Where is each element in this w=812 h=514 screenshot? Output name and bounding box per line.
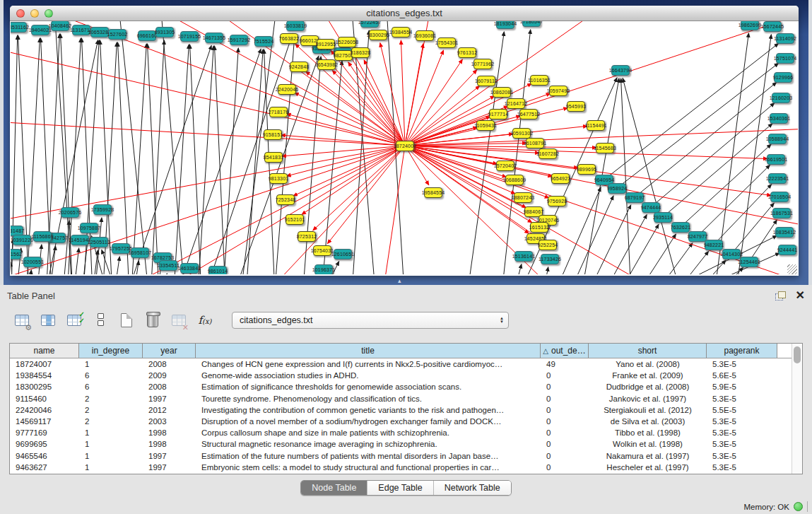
- node-11314092[interactable]: 11314092: [776, 33, 794, 44]
- node-10653287[interactable]: 10653287: [90, 27, 109, 37]
- table-row[interactable]: 946362711997Embryonic stem cells: a mode…: [10, 462, 792, 473]
- node-2935114[interactable]: 2935114: [654, 212, 672, 223]
- node-8931305[interactable]: 8931305: [155, 27, 174, 37]
- node-12160203[interactable]: 12160203: [772, 93, 790, 103]
- node-11059431[interactable]: 11059431: [476, 120, 495, 131]
- network-window-titlebar[interactable]: citations_edges.txt: [10, 6, 799, 21]
- node-16643794[interactable]: 16643794: [611, 65, 630, 76]
- table-row[interactable]: 977716911998Corpus callosum shape and si…: [10, 427, 792, 438]
- node-16477512[interactable]: 16477512: [519, 109, 538, 119]
- node-9252254[interactable]: 9252254: [539, 240, 557, 250]
- select-rows-icon[interactable]: [91, 311, 110, 329]
- node-6879197[interactable]: 6879197: [625, 192, 644, 203]
- close-window-icon[interactable]: [16, 9, 25, 18]
- node-15226058[interactable]: 15226058: [338, 37, 356, 47]
- node-18807243[interactable]: 18807243: [514, 192, 532, 203]
- node-9244441[interactable]: 9244441: [778, 245, 796, 255]
- delete-column-icon[interactable]: [143, 311, 162, 329]
- node-18531162[interactable]: 18531162: [11, 22, 27, 33]
- node-9177714[interactable]: 9177714: [489, 109, 507, 119]
- node-10719155[interactable]: 10719155: [180, 31, 199, 42]
- table-row[interactable]: 911546021997Tourette syndrome. Phenomeno…: [10, 393, 792, 404]
- table-row[interactable]: 1938455462009Genome-wide association stu…: [10, 370, 792, 381]
- node-11867531[interactable]: 11867531: [772, 208, 791, 218]
- table-mode-icon[interactable]: ⚙: [13, 311, 31, 329]
- hub-node-18724007[interactable]: 18724007: [396, 141, 414, 151]
- node-8725312[interactable]: 8725312: [298, 231, 316, 242]
- node-16754031[interactable]: 16754031: [313, 245, 331, 256]
- column-header-name[interactable]: name: [10, 344, 79, 358]
- node-15340361[interactable]: 15340361: [770, 113, 788, 124]
- tab-edge-table[interactable]: Edge Table: [367, 481, 433, 495]
- node-7663822[interactable]: 7663822: [280, 33, 298, 44]
- float-panel-icon[interactable]: [775, 291, 786, 300]
- node-8912955[interactable]: 8912955: [317, 39, 335, 49]
- scrollbar-thumb[interactable]: [794, 346, 801, 363]
- node-10588944[interactable]: 10588944: [768, 134, 787, 144]
- table-row[interactable]: 2242004622012Investigating the contribut…: [10, 404, 792, 416]
- node-9129966[interactable]: 9129966: [774, 72, 792, 83]
- node-2718176[interactable]: 2718176: [269, 107, 288, 117]
- node-15722457[interactable]: 15722457: [360, 21, 379, 28]
- tab-network-table[interactable]: Network Table: [434, 481, 511, 495]
- node-12610651[interactable]: 12610651: [334, 249, 352, 259]
- column-header-year[interactable]: year: [143, 344, 196, 358]
- node-10591302[interactable]: 10591302: [512, 128, 531, 139]
- node-12505113[interactable]: 12505113: [90, 237, 108, 247]
- node-10391220[interactable]: 10391220: [13, 235, 31, 245]
- node-9861014[interactable]: 9861014: [208, 266, 227, 274]
- memory-ok-icon[interactable]: [794, 502, 803, 511]
- node-9482221[interactable]: 9482221: [705, 240, 723, 250]
- node-15917292[interactable]: 15917292: [230, 35, 248, 45]
- node-9899695[interactable]: 9899695: [577, 164, 596, 175]
- node-9545993[interactable]: 9545993: [567, 101, 585, 112]
- node-7632621[interactable]: 7632621: [671, 222, 690, 233]
- node-10688609[interactable]: 10688609: [505, 175, 524, 185]
- node-17180547[interactable]: 17180547: [522, 21, 541, 27]
- function-builder-icon[interactable]: f(x): [196, 311, 214, 329]
- column-header-pagerank[interactable]: pagerank: [707, 344, 777, 358]
- table-scrollbar[interactable]: [792, 344, 802, 474]
- node-16936081[interactable]: 16936081: [416, 30, 434, 41]
- node-10597493[interactable]: 10597493: [549, 86, 567, 96]
- network-canvas[interactable]: 1872400718531162194040211040846211316712…: [11, 21, 798, 274]
- node-10196371[interactable]: 10196371: [314, 264, 333, 274]
- node-11154491[interactable]: 11154491: [587, 120, 605, 131]
- node-14633841[interactable]: 14633841: [180, 263, 199, 274]
- node-16619501[interactable]: 16619501: [767, 154, 785, 165]
- select-columns-icon[interactable]: ✓✓: [65, 311, 83, 329]
- node-9654923[interactable]: 9654923: [551, 173, 570, 184]
- table-row[interactable]: 1456911722003Disruption of a novel membe…: [10, 416, 792, 427]
- node-11733426[interactable]: 11733426: [541, 254, 559, 264]
- node-10975887[interactable]: 10975887: [80, 223, 98, 233]
- node-15136141[interactable]: 15136141: [514, 251, 533, 262]
- node-11156869[interactable]: 11156869: [33, 231, 52, 242]
- table-row[interactable]: 946554611997Estimation of the future num…: [10, 450, 792, 462]
- node-9813301[interactable]: 9813301: [269, 173, 288, 184]
- node-10200551[interactable]: 10200551: [23, 257, 42, 267]
- node-19384554[interactable]: 19384554: [392, 27, 410, 37]
- node-15720407[interactable]: 15720407: [496, 160, 514, 171]
- minimize-window-icon[interactable]: [30, 9, 39, 18]
- zoom-window-icon[interactable]: [45, 9, 53, 18]
- node-7515524[interactable]: 7515524: [254, 36, 273, 47]
- node-14671355[interactable]: 14671355: [205, 33, 223, 43]
- table-select-dropdown[interactable]: citations_edges.txt ▲▼: [232, 312, 509, 329]
- node-9152101[interactable]: 9152101: [286, 214, 304, 225]
- window-resize-grip[interactable]: [787, 264, 797, 274]
- node-18300295[interactable]: 18300295: [369, 30, 387, 40]
- node-16543982[interactable]: 16543982: [317, 59, 336, 70]
- node-9958924[interactable]: 9958924: [608, 183, 626, 194]
- node-10862081[interactable]: 10862081: [493, 87, 511, 98]
- node-19862699[interactable]: 19862699: [741, 21, 759, 30]
- new-column-icon[interactable]: [117, 311, 136, 329]
- node-10408462[interactable]: 10408462: [51, 21, 69, 31]
- node-9391562[interactable]: 9391562: [11, 249, 21, 259]
- node-7252348[interactable]: 7252348: [276, 194, 295, 205]
- node-17554301[interactable]: 17554301: [437, 37, 456, 48]
- node-11607282[interactable]: 11607282: [539, 148, 557, 159]
- node-8541831[interactable]: 8541831: [264, 152, 283, 163]
- table-row[interactable]: 1830029562008Estimation of significance …: [10, 381, 792, 392]
- node-9474444[interactable]: 9474444: [642, 202, 660, 213]
- node-20206576[interactable]: 20206576: [61, 207, 79, 218]
